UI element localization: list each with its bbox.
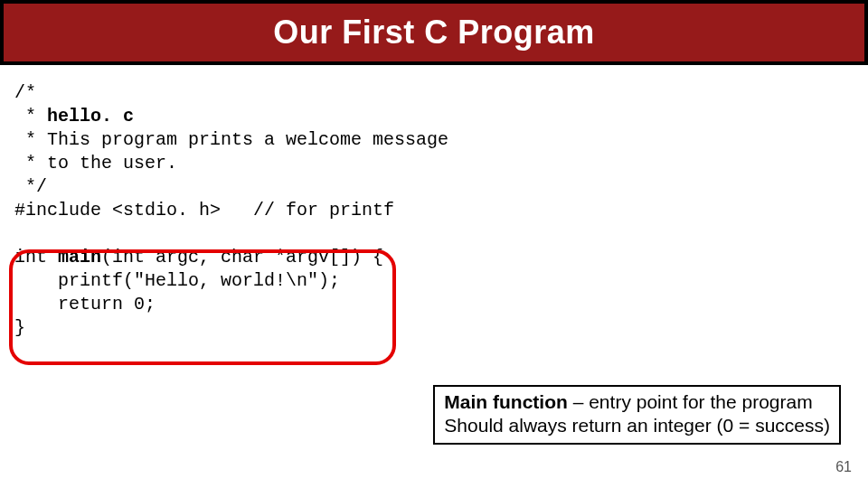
code-line: /* <box>14 82 36 103</box>
code-line: } <box>14 317 25 338</box>
code-line: return 0; <box>14 294 156 314</box>
code-line: #include <stdio. h> // for printf <box>14 200 394 221</box>
code-line: int main(int argc, char *argv[]) { <box>14 247 383 267</box>
callout-line-1: Main function – entry point for the prog… <box>444 390 830 414</box>
code-line: * hello. c <box>14 106 134 127</box>
code-line: * to the user. <box>14 153 177 174</box>
code-line: */ <box>14 176 47 197</box>
code-block: /* * hello. c * This program prints a we… <box>14 81 448 340</box>
slide-title: Our First C Program <box>273 14 595 52</box>
code-line: printf("Hello, world!\n"); <box>14 270 340 291</box>
code-line: * This program prints a welcome message <box>14 129 448 150</box>
page-number: 61 <box>835 459 852 475</box>
callout-box: Main function – entry point for the prog… <box>433 385 841 445</box>
title-banner: Our First C Program <box>0 0 868 65</box>
callout-line-2: Should always return an integer (0 = suc… <box>444 414 830 437</box>
